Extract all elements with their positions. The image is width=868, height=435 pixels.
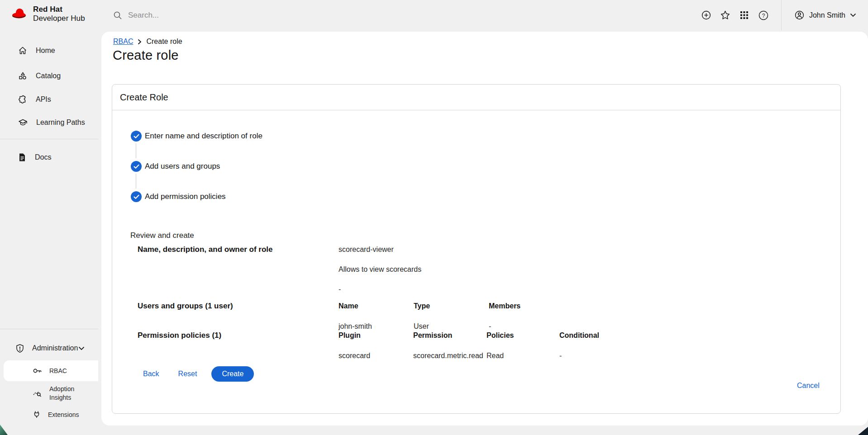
users-col-header: Members (489, 302, 520, 311)
permissions-col-header: Plugin (339, 331, 413, 340)
redhat-logo[interactable]: Red Hat Developer Hub (10, 5, 85, 23)
sidebar-item-label: Catalog (36, 72, 61, 80)
users-cell: - (489, 322, 520, 331)
brand-line2: Developer Hub (33, 14, 85, 23)
sidebar-divider (0, 329, 98, 329)
redhat-fedora-icon (10, 7, 29, 21)
review-name-section-label: Name, description, and owner of role (138, 245, 273, 254)
app-header: Red Hat Developer Hub Search... (0, 0, 868, 30)
permissions-col-header: Policies (486, 331, 559, 340)
cancel-button[interactable]: Cancel (797, 382, 820, 390)
app-grid-icon[interactable] (735, 6, 754, 25)
sidebar-item-label: Docs (35, 153, 51, 161)
sidebar-item-label: Adoption Insights (49, 385, 85, 402)
role-name-value: scorecard-viewer (339, 245, 394, 254)
review-permissions-section-label: Permission policies (1) (138, 331, 221, 340)
sidebar-item-label: Learning Paths (36, 118, 85, 127)
favorites-star-icon[interactable] (716, 6, 735, 25)
user-menu[interactable]: John Smith (782, 10, 868, 20)
step-label: Add permission policies (145, 192, 226, 201)
add-circle-icon[interactable] (697, 6, 716, 25)
sidebar-item-home[interactable]: Home (0, 41, 98, 61)
role-description-value: Allows to view scorecards (339, 265, 421, 274)
step-enter-name[interactable]: Enter name and description of role (131, 131, 262, 142)
docs-icon (18, 153, 26, 162)
apis-icon (18, 95, 27, 104)
breadcrumb-chevron-icon (138, 39, 142, 45)
users-cell: john-smith (339, 322, 414, 331)
permissions-cell: - (559, 351, 599, 360)
step-completed-check-icon (131, 191, 142, 202)
step-completed-check-icon (131, 161, 142, 172)
card-header: Create Role (112, 85, 840, 110)
permissions-table: Plugin Permission Policies Conditional s… (339, 331, 599, 360)
step-completed-check-icon (131, 131, 142, 142)
home-icon (18, 46, 27, 55)
background-art-right (858, 427, 868, 435)
review-users-section-label: Users and groups (1 user) (138, 302, 233, 311)
step-add-users[interactable]: Add users and groups (131, 161, 220, 172)
step-connector (136, 143, 136, 158)
chevron-down-icon (850, 13, 856, 17)
svg-text:?: ? (762, 12, 765, 19)
sidebar-item-learning-paths[interactable]: Learning Paths (0, 113, 98, 132)
permissions-cell: scorecard (339, 351, 413, 360)
role-owner-value: - (339, 285, 341, 294)
permissions-col-header: Permission (413, 331, 486, 340)
sidebar-item-label: Administration (32, 344, 78, 352)
help-icon[interactable]: ? (754, 6, 773, 25)
step-label: Enter name and description of role (145, 132, 262, 141)
step-label: Add users and groups (145, 162, 220, 171)
sidebar-item-extensions[interactable]: Extensions (0, 406, 98, 424)
users-col-header: Name (339, 302, 414, 311)
admin-shield-icon (15, 344, 24, 353)
sidebar-item-apis[interactable]: APIs (0, 90, 98, 109)
catalog-icon (18, 71, 27, 80)
step-connector (136, 174, 136, 189)
brand-line1: Red Hat (33, 5, 85, 14)
back-button[interactable]: Back (138, 367, 164, 381)
permissions-col-header: Conditional (559, 331, 599, 340)
permissions-cell: Read (486, 351, 559, 360)
key-icon (33, 367, 42, 375)
avatar-icon (794, 10, 805, 20)
breadcrumb-current: Create role (146, 38, 182, 46)
learning-paths-icon (18, 118, 28, 127)
adoption-insights-icon (33, 389, 42, 398)
page-title: Create role (113, 48, 179, 63)
user-name: John Smith (809, 11, 845, 19)
sidebar-item-label: Extensions (48, 411, 79, 418)
main-content-panel: RBAC Create role Create role Create Role… (101, 32, 868, 426)
extensions-plug-icon (33, 410, 41, 419)
sidebar-item-label: Home (36, 47, 55, 55)
breadcrumb: RBAC Create role (113, 38, 182, 46)
step-add-permissions[interactable]: Add permission policies (131, 191, 226, 202)
sidebar-item-label: RBAC (49, 367, 67, 374)
sidebar-divider (0, 139, 98, 139)
reset-button[interactable]: Reset (174, 367, 202, 381)
sidebar-item-label: APIs (36, 95, 51, 104)
card-title: Create Role (120, 92, 168, 103)
create-button[interactable]: Create (211, 366, 254, 382)
users-col-header: Type (414, 302, 489, 311)
review-heading: Review and create (130, 231, 194, 240)
sidebar-item-adoption-insights[interactable]: Adoption Insights (0, 382, 98, 405)
permissions-cell: scorecard.metric.read (413, 351, 486, 360)
search-input[interactable]: Search... (113, 0, 159, 30)
users-cell: User (414, 322, 489, 331)
search-placeholder: Search... (128, 11, 159, 20)
sidebar-item-docs[interactable]: Docs (0, 147, 98, 167)
chevron-down-icon (78, 346, 85, 350)
create-role-card: Create Role Enter name and description o… (112, 84, 841, 414)
search-icon (113, 11, 122, 20)
breadcrumb-rbac-link[interactable]: RBAC (113, 38, 133, 46)
sidebar-item-catalog[interactable]: Catalog (0, 66, 98, 86)
users-table: Name Type Members john-smith User - (339, 302, 520, 331)
sidebar-item-rbac[interactable]: RBAC (4, 360, 98, 381)
sidebar-item-administration[interactable]: Administration (0, 338, 98, 358)
sidebar-nav: Home Catalog APIs Learning Paths Docs Ad… (0, 30, 98, 435)
